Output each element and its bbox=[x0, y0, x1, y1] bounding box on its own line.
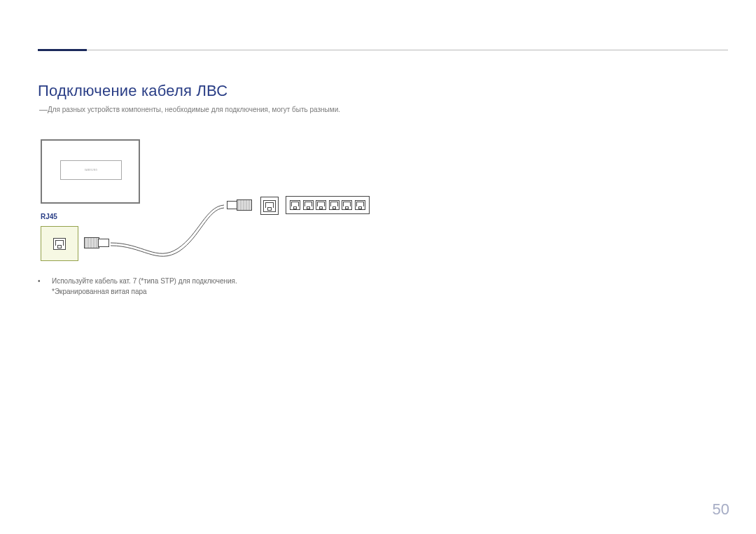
ethernet-jack-icon bbox=[342, 200, 352, 210]
section-heading: Подключение кабеля ЛВС bbox=[38, 82, 227, 100]
note-dash-icon: ― bbox=[39, 104, 48, 116]
ethernet-jack-icon bbox=[290, 200, 300, 210]
cable-spec-line1: Используйте кабель кат. 7 (*типа STP) дл… bbox=[52, 276, 402, 287]
cable-spec-note: • Используйте кабель кат. 7 (*типа STP) … bbox=[38, 276, 402, 297]
ethernet-jack-icon bbox=[316, 200, 326, 210]
cable-plug-tip-icon bbox=[98, 239, 109, 247]
header-divider-line bbox=[87, 50, 728, 50]
cable-plug-right bbox=[224, 198, 251, 212]
device-brand-label: SAMSUNG bbox=[85, 169, 98, 171]
connection-diagram: SAMSUNG RJ45 bbox=[38, 136, 388, 276]
intro-note: ― Для разных устройств компоненты, необх… bbox=[48, 105, 412, 115]
cable-plug-body-icon bbox=[84, 237, 99, 248]
cable-plug-left bbox=[84, 236, 111, 250]
bullet-dot-icon: • bbox=[38, 276, 41, 287]
cable-plug-body-icon bbox=[237, 199, 252, 211]
header-accent-bar bbox=[38, 49, 87, 51]
network-switch bbox=[286, 196, 370, 214]
rj45-port-label: RJ45 bbox=[41, 213, 57, 220]
ethernet-jack-icon bbox=[303, 200, 314, 210]
device-monitor-screen: SAMSUNG bbox=[60, 160, 122, 180]
device-monitor: SAMSUNG bbox=[41, 139, 140, 204]
ethernet-jack-icon bbox=[53, 238, 66, 250]
intro-note-text: Для разных устройств компоненты, необход… bbox=[48, 106, 340, 113]
ethernet-jack-icon bbox=[263, 200, 276, 212]
page-number: 50 bbox=[713, 500, 729, 519]
rj45-port-highlight bbox=[41, 226, 78, 261]
ethernet-jack-icon bbox=[329, 200, 340, 210]
wall-ethernet-jack bbox=[260, 197, 279, 215]
cable-spec-line2: *Экранированная витая пара bbox=[52, 287, 402, 297]
ethernet-jack-icon bbox=[355, 200, 365, 210]
